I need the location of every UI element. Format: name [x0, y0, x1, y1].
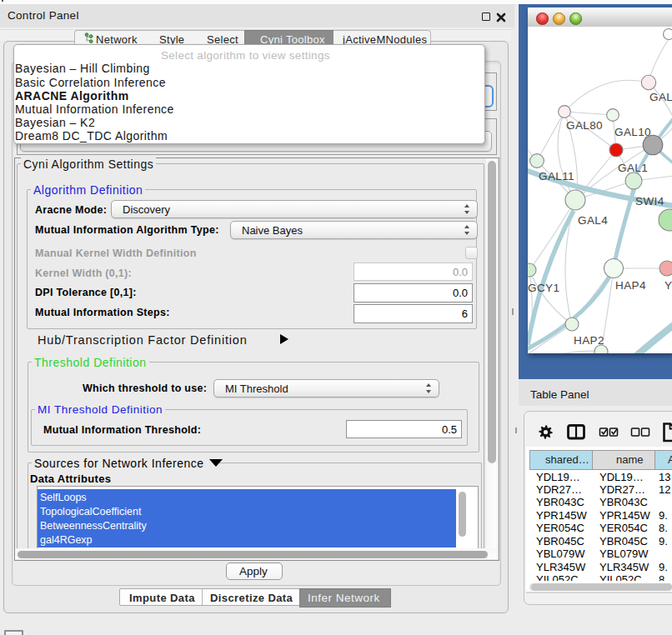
svg-text:GAL4: GAL4 — [578, 214, 608, 227]
svg-text:GAL7: GAL7 — [649, 91, 672, 103]
svg-text:GAL1: GAL1 — [618, 162, 648, 174]
svg-text:GAL11: GAL11 — [539, 170, 574, 182]
svg-text:HAP2: HAP2 — [574, 334, 604, 347]
svg-text:GCY1: GCY1 — [528, 282, 559, 294]
svg-text:GAL80: GAL80 — [566, 119, 603, 132]
svg-text:YJ: YJ — [664, 279, 672, 292]
svg-text:GAL10: GAL10 — [614, 126, 651, 138]
svg-text:SWI4: SWI4 — [635, 195, 664, 208]
svg-text:HAP4: HAP4 — [615, 279, 646, 292]
